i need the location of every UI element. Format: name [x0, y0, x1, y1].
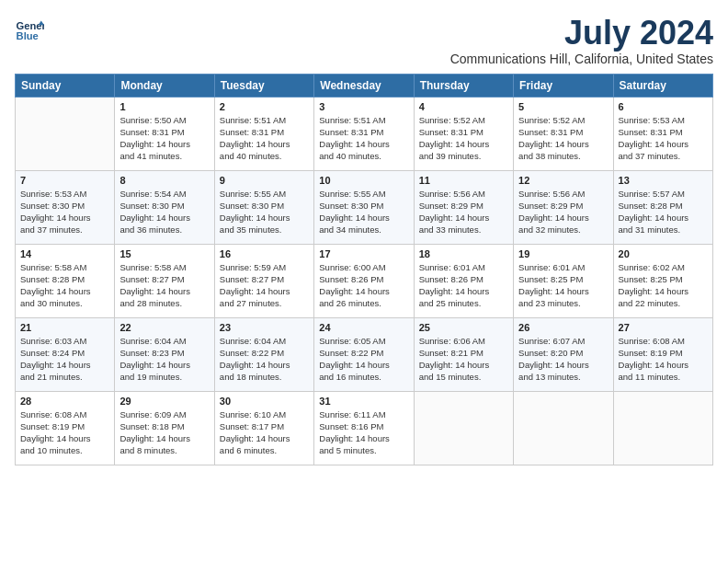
- day-number: 13: [619, 175, 708, 186]
- calendar-cell: 5Sunrise: 5:52 AM Sunset: 8:31 PM Daylig…: [514, 97, 613, 170]
- calendar-cell: 27Sunrise: 6:08 AM Sunset: 8:19 PM Dayli…: [613, 317, 712, 391]
- calendar-header-row: SundayMondayTuesdayWednesdayThursdayFrid…: [16, 74, 713, 97]
- calendar-cell: 7Sunrise: 5:53 AM Sunset: 8:30 PM Daylig…: [16, 170, 115, 244]
- day-number: 8: [119, 175, 209, 186]
- day-number: 27: [619, 322, 708, 333]
- day-header-wednesday: Wednesday: [314, 74, 414, 97]
- cell-content: Sunrise: 6:10 AM Sunset: 8:17 PM Dayligh…: [220, 408, 309, 457]
- cell-content: Sunrise: 6:08 AM Sunset: 8:19 PM Dayligh…: [20, 408, 109, 457]
- day-number: 29: [119, 396, 209, 407]
- calendar-cell: 22Sunrise: 6:04 AM Sunset: 8:23 PM Dayli…: [115, 317, 214, 391]
- calendar-title: July 2024: [450, 15, 713, 52]
- calendar-cell: 16Sunrise: 5:59 AM Sunset: 8:27 PM Dayli…: [214, 244, 313, 317]
- calendar-cell: 17Sunrise: 6:00 AM Sunset: 8:26 PM Dayli…: [314, 244, 414, 317]
- cell-content: Sunrise: 5:56 AM Sunset: 8:29 PM Dayligh…: [419, 188, 508, 236]
- day-number: 5: [518, 101, 608, 112]
- cell-content: Sunrise: 5:55 AM Sunset: 8:30 PM Dayligh…: [319, 188, 408, 236]
- calendar-cell: 11Sunrise: 5:56 AM Sunset: 8:29 PM Dayli…: [414, 170, 513, 244]
- calendar-cell: [414, 391, 513, 465]
- calendar-cell: 1Sunrise: 5:50 AM Sunset: 8:31 PM Daylig…: [115, 97, 214, 170]
- cell-content: Sunrise: 5:52 AM Sunset: 8:31 PM Dayligh…: [518, 114, 608, 163]
- logo-icon: General Blue: [15, 15, 44, 44]
- calendar-cell: 25Sunrise: 6:06 AM Sunset: 8:21 PM Dayli…: [414, 317, 513, 391]
- day-header-monday: Monday: [115, 74, 214, 97]
- cell-content: Sunrise: 6:07 AM Sunset: 8:20 PM Dayligh…: [518, 335, 608, 384]
- day-number: 31: [319, 396, 408, 407]
- day-number: 21: [20, 322, 109, 333]
- day-header-saturday: Saturday: [613, 74, 712, 97]
- day-number: 17: [319, 248, 408, 259]
- cell-content: Sunrise: 6:00 AM Sunset: 8:26 PM Dayligh…: [319, 261, 408, 310]
- calendar-cell: 4Sunrise: 5:52 AM Sunset: 8:31 PM Daylig…: [414, 97, 513, 170]
- day-header-tuesday: Tuesday: [214, 74, 313, 97]
- calendar-cell: 21Sunrise: 6:03 AM Sunset: 8:24 PM Dayli…: [16, 317, 115, 391]
- logo: General Blue: [15, 15, 44, 44]
- cell-content: Sunrise: 6:06 AM Sunset: 8:21 PM Dayligh…: [419, 335, 508, 384]
- week-row-4: 21Sunrise: 6:03 AM Sunset: 8:24 PM Dayli…: [16, 317, 713, 391]
- calendar-cell: [514, 391, 613, 465]
- calendar-cell: 10Sunrise: 5:55 AM Sunset: 8:30 PM Dayli…: [314, 170, 414, 244]
- cell-content: Sunrise: 6:02 AM Sunset: 8:25 PM Dayligh…: [619, 261, 708, 310]
- day-number: 20: [619, 248, 708, 259]
- calendar-cell: 30Sunrise: 6:10 AM Sunset: 8:17 PM Dayli…: [214, 391, 313, 465]
- day-number: 12: [518, 175, 608, 186]
- cell-content: Sunrise: 5:53 AM Sunset: 8:31 PM Dayligh…: [619, 114, 708, 163]
- cell-content: Sunrise: 5:51 AM Sunset: 8:31 PM Dayligh…: [220, 114, 309, 163]
- header: General Blue July 2024 Communications Hi…: [15, 15, 713, 66]
- day-number: 9: [220, 175, 309, 186]
- day-number: 16: [220, 248, 309, 259]
- calendar-cell: 2Sunrise: 5:51 AM Sunset: 8:31 PM Daylig…: [214, 97, 313, 170]
- title-area: July 2024 Communications Hill, Californi…: [450, 15, 713, 66]
- cell-content: Sunrise: 6:08 AM Sunset: 8:19 PM Dayligh…: [619, 335, 708, 384]
- cell-content: Sunrise: 6:05 AM Sunset: 8:22 PM Dayligh…: [319, 335, 408, 384]
- calendar-cell: 19Sunrise: 6:01 AM Sunset: 8:25 PM Dayli…: [514, 244, 613, 317]
- cell-content: Sunrise: 6:01 AM Sunset: 8:25 PM Dayligh…: [518, 261, 608, 310]
- calendar-subtitle: Communications Hill, California, United …: [450, 52, 713, 66]
- calendar-cell: 12Sunrise: 5:56 AM Sunset: 8:29 PM Dayli…: [514, 170, 613, 244]
- cell-content: Sunrise: 5:59 AM Sunset: 8:27 PM Dayligh…: [220, 261, 309, 310]
- calendar-cell: 29Sunrise: 6:09 AM Sunset: 8:18 PM Dayli…: [115, 391, 214, 465]
- day-header-sunday: Sunday: [16, 74, 115, 97]
- cell-content: Sunrise: 6:09 AM Sunset: 8:18 PM Dayligh…: [119, 408, 209, 457]
- day-number: 22: [119, 322, 209, 333]
- calendar-cell: 28Sunrise: 6:08 AM Sunset: 8:19 PM Dayli…: [16, 391, 115, 465]
- day-number: 24: [319, 322, 408, 333]
- day-number: 6: [619, 101, 708, 112]
- calendar-body: 1Sunrise: 5:50 AM Sunset: 8:31 PM Daylig…: [16, 97, 713, 465]
- week-row-3: 14Sunrise: 5:58 AM Sunset: 8:28 PM Dayli…: [16, 244, 713, 317]
- cell-content: Sunrise: 6:04 AM Sunset: 8:22 PM Dayligh…: [220, 335, 309, 384]
- calendar-cell: [16, 97, 115, 170]
- calendar-cell: 20Sunrise: 6:02 AM Sunset: 8:25 PM Dayli…: [613, 244, 712, 317]
- calendar-cell: 15Sunrise: 5:58 AM Sunset: 8:27 PM Dayli…: [115, 244, 214, 317]
- day-number: 10: [319, 175, 408, 186]
- calendar-cell: 26Sunrise: 6:07 AM Sunset: 8:20 PM Dayli…: [514, 317, 613, 391]
- svg-text:General: General: [17, 20, 44, 31]
- svg-text:Blue: Blue: [17, 30, 39, 41]
- cell-content: Sunrise: 5:58 AM Sunset: 8:28 PM Dayligh…: [20, 261, 109, 310]
- day-number: 15: [119, 248, 209, 259]
- week-row-5: 28Sunrise: 6:08 AM Sunset: 8:19 PM Dayli…: [16, 391, 713, 465]
- calendar-cell: 8Sunrise: 5:54 AM Sunset: 8:30 PM Daylig…: [115, 170, 214, 244]
- day-number: 4: [419, 101, 508, 112]
- day-number: 28: [20, 396, 109, 407]
- cell-content: Sunrise: 6:11 AM Sunset: 8:16 PM Dayligh…: [319, 408, 408, 457]
- calendar-cell: 3Sunrise: 5:51 AM Sunset: 8:31 PM Daylig…: [314, 97, 414, 170]
- calendar-cell: 9Sunrise: 5:55 AM Sunset: 8:30 PM Daylig…: [214, 170, 313, 244]
- calendar-cell: 13Sunrise: 5:57 AM Sunset: 8:28 PM Dayli…: [613, 170, 712, 244]
- cell-content: Sunrise: 5:53 AM Sunset: 8:30 PM Dayligh…: [20, 188, 109, 236]
- week-row-1: 1Sunrise: 5:50 AM Sunset: 8:31 PM Daylig…: [16, 97, 713, 170]
- calendar-cell: 14Sunrise: 5:58 AM Sunset: 8:28 PM Dayli…: [16, 244, 115, 317]
- day-number: 26: [518, 322, 608, 333]
- calendar-table: SundayMondayTuesdayWednesdayThursdayFrid…: [15, 74, 713, 465]
- week-row-2: 7Sunrise: 5:53 AM Sunset: 8:30 PM Daylig…: [16, 170, 713, 244]
- cell-content: Sunrise: 5:52 AM Sunset: 8:31 PM Dayligh…: [419, 114, 508, 163]
- day-number: 18: [419, 248, 508, 259]
- cell-content: Sunrise: 5:50 AM Sunset: 8:31 PM Dayligh…: [119, 114, 209, 163]
- day-header-friday: Friday: [514, 74, 613, 97]
- cell-content: Sunrise: 5:58 AM Sunset: 8:27 PM Dayligh…: [119, 261, 209, 310]
- calendar-cell: 24Sunrise: 6:05 AM Sunset: 8:22 PM Dayli…: [314, 317, 414, 391]
- calendar-cell: [613, 391, 712, 465]
- cell-content: Sunrise: 6:03 AM Sunset: 8:24 PM Dayligh…: [20, 335, 109, 384]
- cell-content: Sunrise: 5:56 AM Sunset: 8:29 PM Dayligh…: [518, 188, 608, 236]
- day-number: 3: [319, 101, 408, 112]
